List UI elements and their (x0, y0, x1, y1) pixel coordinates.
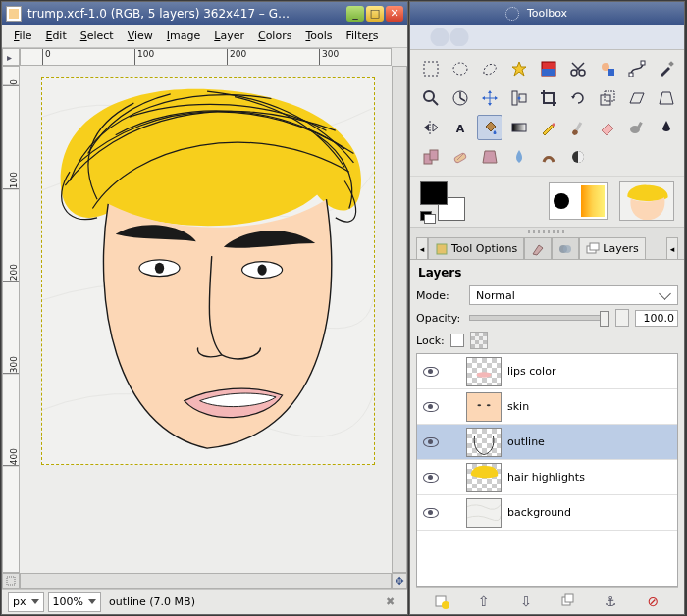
fg-bg-swatch[interactable] (420, 181, 465, 221)
opacity-value[interactable]: 100.0 (635, 310, 678, 327)
lock-alpha-checkbox[interactable] (470, 332, 488, 349)
shear-icon[interactable] (624, 85, 650, 111)
layer-name[interactable]: outline (507, 436, 677, 448)
layer-row[interactable]: hair highlights (417, 460, 677, 495)
active-image-preview[interactable] (619, 181, 674, 221)
anchor-layer-button[interactable]: ⚓ (600, 590, 621, 612)
layer-thumbnail[interactable] (466, 498, 502, 528)
fg-color[interactable] (420, 181, 448, 205)
tab-channels[interactable] (552, 237, 579, 259)
visibility-toggle[interactable] (417, 508, 445, 518)
menu-colors[interactable]: Colors (252, 26, 297, 45)
lock-pixels-checkbox[interactable] (450, 334, 464, 347)
minimize-button[interactable]: _ (346, 6, 364, 22)
dock-grip[interactable] (410, 227, 684, 234)
blur-icon[interactable] (506, 144, 532, 170)
opacity-slider[interactable] (469, 315, 609, 321)
foreground-select-icon[interactable] (595, 56, 620, 81)
layer-thumbnail[interactable] (466, 392, 502, 422)
smudge-icon[interactable] (536, 144, 561, 170)
mode-combo[interactable]: Normal (469, 285, 678, 305)
rotate-icon[interactable] (565, 85, 591, 111)
navigation-icon[interactable]: ✥ (392, 573, 407, 589)
visibility-toggle[interactable] (417, 367, 445, 377)
scrollbar-horizontal[interactable] (20, 573, 392, 589)
dodge-burn-icon[interactable] (565, 144, 591, 170)
duplicate-layer-button[interactable] (557, 590, 579, 612)
airbrush-icon[interactable] (624, 115, 650, 140)
visibility-toggle[interactable] (417, 402, 445, 412)
menu-tools[interactable]: Tools (299, 26, 338, 45)
fuzzy-select-icon[interactable] (506, 56, 532, 81)
delete-layer-button[interactable]: ⊘ (642, 590, 663, 612)
perspective-icon[interactable] (654, 85, 679, 111)
scrollbar-vertical[interactable] (392, 66, 407, 573)
free-select-icon[interactable] (477, 56, 502, 81)
layer-name[interactable]: background (507, 506, 677, 519)
canvas[interactable] (41, 77, 375, 465)
maximize-button[interactable]: □ (366, 6, 384, 22)
image-titlebar[interactable]: trump.xcf-1.0 (RGB, 5 layers) 362x417 – … (2, 2, 407, 25)
blend-icon[interactable] (506, 115, 532, 140)
color-picker-icon[interactable] (654, 56, 679, 81)
paths-icon[interactable] (624, 56, 650, 81)
layer-row[interactable]: skin (417, 389, 677, 425)
layer-row[interactable]: background (417, 495, 677, 531)
menu-file[interactable]: File (8, 26, 37, 45)
tab-tool-options[interactable]: Tool Options (428, 237, 524, 259)
quick-mask-toggle[interactable] (2, 573, 20, 589)
eraser-icon[interactable] (595, 115, 620, 140)
layer-name[interactable]: skin (507, 400, 677, 413)
ink-icon[interactable] (654, 115, 679, 140)
visibility-toggle[interactable] (417, 473, 445, 483)
close-button[interactable]: ✕ (386, 6, 403, 22)
bucket-fill-icon[interactable] (477, 115, 502, 140)
layer-list[interactable]: lips colorskinoutlinehair highlightsback… (416, 353, 678, 587)
measure-icon[interactable] (448, 85, 473, 111)
pencil-icon[interactable] (536, 115, 561, 140)
tab-brushes[interactable] (524, 237, 552, 259)
scale-icon[interactable] (595, 85, 620, 111)
ellipse-select-icon[interactable] (448, 56, 473, 81)
lower-layer-button[interactable]: ⇩ (515, 590, 537, 612)
move-icon[interactable] (477, 85, 502, 111)
tab-menu-button[interactable]: ◂ (416, 237, 428, 259)
canvas-viewport[interactable] (20, 66, 392, 573)
menu-layer[interactable]: Layer (208, 26, 250, 45)
layer-thumbnail[interactable] (466, 357, 502, 386)
heal-icon[interactable] (448, 144, 473, 170)
scissors-icon[interactable] (565, 56, 591, 81)
tab-layers[interactable]: Layers (579, 237, 645, 259)
flip-icon[interactable] (418, 115, 444, 140)
perspective-clone-icon[interactable] (477, 144, 502, 170)
paintbrush-icon[interactable] (565, 115, 591, 140)
unit-combo[interactable]: px (8, 592, 44, 612)
zoom-icon[interactable] (418, 85, 444, 111)
rect-select-icon[interactable] (418, 56, 444, 81)
clone-icon[interactable] (418, 144, 444, 170)
ruler-horizontal[interactable]: 0 100 200 300 (20, 48, 392, 66)
tab-menu-right[interactable]: ◂ (666, 237, 678, 259)
ruler-origin[interactable] (2, 48, 20, 66)
ruler-vertical[interactable]: 0 100 200 300 400 (2, 66, 20, 573)
brush-pattern-gradient[interactable] (549, 182, 608, 220)
visibility-toggle[interactable] (417, 437, 445, 447)
layer-thumbnail[interactable] (466, 463, 502, 492)
menu-view[interactable]: View (122, 26, 159, 45)
align-icon[interactable] (506, 85, 532, 111)
layer-thumbnail[interactable] (466, 428, 502, 457)
toolbox-titlebar[interactable]: Toolbox (410, 2, 684, 25)
zoom-combo[interactable]: 100% (48, 592, 101, 612)
cancel-icon[interactable]: ✖ (386, 595, 401, 608)
new-layer-button[interactable] (431, 590, 452, 612)
color-select-icon[interactable] (536, 56, 561, 81)
layer-name[interactable]: lips color (507, 365, 677, 378)
layer-row[interactable]: outline (417, 425, 677, 460)
menu-edit[interactable]: Edit (39, 26, 72, 45)
menu-select[interactable]: Select (75, 26, 120, 45)
text-icon[interactable]: A (448, 115, 473, 140)
slider-thumb[interactable] (600, 311, 609, 327)
layer-name[interactable]: hair highlights (507, 471, 677, 484)
opacity-reset-button[interactable] (615, 309, 629, 327)
menu-filters[interactable]: Filters (341, 26, 385, 45)
